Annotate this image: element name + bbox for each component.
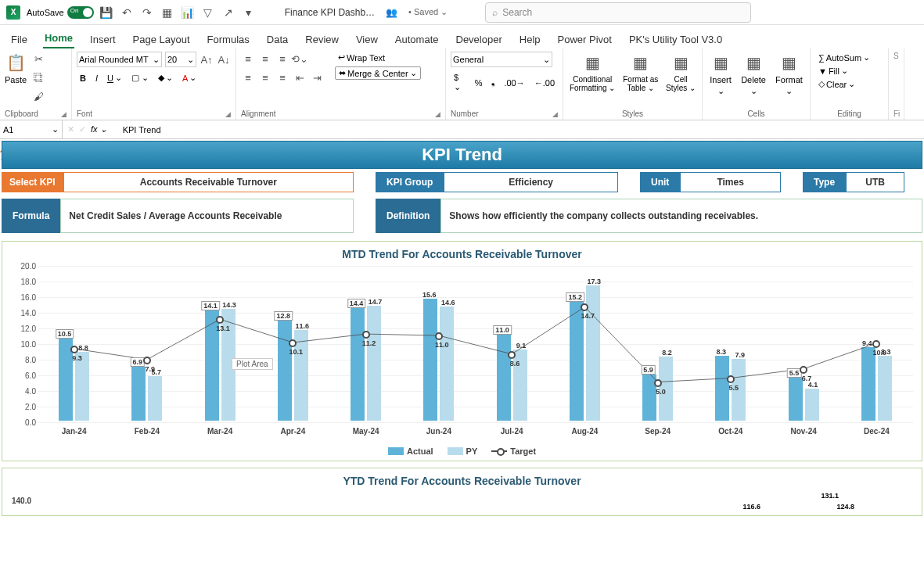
format-cells-button[interactable]: ▦Format⌄: [775, 52, 803, 96]
decrease-indent-icon[interactable]: ⇤: [293, 70, 307, 84]
saved-status[interactable]: • Saved ⌄: [408, 7, 448, 17]
tab-insert[interactable]: Insert: [88, 30, 117, 48]
conditional-formatting-button[interactable]: ▦ConditionalFormatting ⌄: [570, 52, 616, 92]
group-styles: ▦ConditionalFormatting ⌄ ▦Format asTable…: [563, 48, 703, 120]
italic-button[interactable]: I: [92, 73, 101, 84]
qat-dropdown-icon[interactable]: ▾: [243, 6, 255, 19]
format-as-table-button[interactable]: ▦Format asTable ⌄: [623, 52, 658, 92]
paste-icon: 📋: [5, 52, 27, 74]
increase-decimal-button[interactable]: .00→: [501, 77, 527, 88]
alignment-launcher-icon[interactable]: ◢: [435, 110, 440, 118]
cancel-formula-icon[interactable]: ✕: [67, 124, 74, 134]
formula-value[interactable]: KPI Trend: [123, 125, 161, 134]
font-launcher-icon[interactable]: ◢: [225, 110, 231, 118]
clipboard-launcher-icon[interactable]: ◢: [61, 110, 67, 118]
bold-button[interactable]: B: [77, 73, 89, 84]
group-overflow: SFi: [889, 48, 904, 120]
fx-icon[interactable]: fx ⌄: [91, 124, 107, 134]
search-box[interactable]: ⌕ Search: [485, 2, 751, 23]
table-icon: ▦: [630, 52, 652, 74]
bar-py: [732, 359, 746, 421]
definition-label: Definition: [376, 199, 440, 233]
number-launcher-icon[interactable]: ◢: [552, 110, 558, 118]
underline-button[interactable]: U ⌄: [104, 72, 125, 84]
bar-actual: [131, 367, 146, 421]
decrease-decimal-button[interactable]: ←.00: [531, 77, 558, 88]
border-button[interactable]: ▢ ⌄: [128, 72, 152, 84]
file-name[interactable]: Finance KPI Dashb…: [285, 7, 375, 18]
tab-formulas[interactable]: Formulas: [206, 30, 251, 48]
worksheet[interactable]: 🏠 KPI Trend Select KPI Accounts Receivab…: [0, 141, 924, 516]
unit-value: Times: [680, 172, 781, 192]
grid-icon[interactable]: ▦: [161, 6, 174, 19]
tab-automate[interactable]: Automate: [394, 30, 440, 48]
bar-py: [148, 376, 162, 421]
tab-review[interactable]: Review: [304, 30, 340, 48]
paste-button[interactable]: 📋 Paste: [5, 52, 27, 84]
comma-button[interactable]: ❟: [488, 77, 498, 88]
font-size-combo[interactable]: 20⌄: [165, 52, 196, 67]
group-alignment: ≡ ≡ ≡ ⟲⌄ ≡ ≡ ≡ ⇤ ⇥ ↩Wrap Text ⬌Merge & C…: [236, 48, 446, 120]
share-qat-icon[interactable]: ↗: [222, 6, 235, 19]
increase-font-icon[interactable]: A↑: [200, 52, 214, 66]
tab-page-layout[interactable]: Page Layout: [131, 30, 192, 48]
name-box[interactable]: A1⌄: [0, 120, 63, 138]
tab-data[interactable]: Data: [265, 30, 289, 48]
copy-icon[interactable]: ⿻: [31, 70, 45, 84]
undo-icon[interactable]: ↶: [120, 6, 133, 19]
currency-button[interactable]: $ ⌄: [451, 72, 469, 93]
y-tick: 16.0: [21, 293, 36, 302]
insert-cells-button[interactable]: ▦Insert⌄: [710, 52, 732, 96]
y-tick: 20.0: [21, 262, 36, 271]
tab-view[interactable]: View: [354, 30, 379, 48]
tab-developer[interactable]: Developer: [455, 30, 504, 48]
number-format-combo[interactable]: General⌄: [451, 52, 552, 67]
tab-home[interactable]: Home: [43, 29, 74, 48]
align-center-icon[interactable]: ≡: [258, 70, 272, 84]
cell-styles-button[interactable]: ▦CellStyles ⌄: [666, 52, 696, 92]
bar-py: [75, 352, 89, 421]
title-bar: X AutoSave On 💾 ↶ ↷ ▦ 📊 ▽ ↗ ▾ Finance KP…: [0, 0, 924, 25]
tab-power-pivot[interactable]: Power Pivot: [556, 30, 613, 48]
x-axis-label: Jul-24: [476, 424, 548, 441]
align-right-icon[interactable]: ≡: [275, 70, 289, 84]
tab-utility[interactable]: PK's Utility Tool V3.0: [627, 30, 724, 48]
orientation-icon[interactable]: ⟲⌄: [293, 52, 307, 66]
conditional-formatting-icon: ▦: [581, 52, 603, 74]
format-painter-icon[interactable]: 🖌: [31, 89, 45, 103]
font-name-combo[interactable]: Arial Rounded MT⌄: [77, 52, 162, 67]
font-color-button[interactable]: A ⌄: [179, 72, 200, 84]
percent-button[interactable]: %: [472, 77, 486, 88]
tab-help[interactable]: Help: [518, 30, 542, 48]
select-kpi-value[interactable]: Accounts Receivable Turnover: [63, 172, 354, 192]
tab-file[interactable]: File: [9, 30, 29, 48]
fill-color-button[interactable]: ◆ ⌄: [155, 72, 176, 84]
cut-icon[interactable]: ✂: [31, 52, 45, 66]
ytd-chart[interactable]: YTD Trend For Accounts Receivable Turnov…: [2, 468, 922, 516]
save-icon[interactable]: 💾: [100, 6, 113, 19]
ytd-ytick: 140.0: [12, 497, 31, 505]
decrease-font-icon[interactable]: A↓: [217, 52, 231, 66]
increase-indent-icon[interactable]: ⇥: [310, 70, 324, 84]
accept-formula-icon[interactable]: ✓: [79, 124, 86, 134]
align-bottom-icon[interactable]: ≡: [275, 52, 289, 66]
autosum-button[interactable]: ∑AutoSum ⌄: [815, 52, 873, 63]
delete-cells-button[interactable]: ▦Delete⌄: [741, 52, 766, 96]
x-axis-label: Aug-24: [548, 424, 621, 441]
redo-icon[interactable]: ↷: [141, 6, 153, 19]
align-top-icon[interactable]: ≡: [241, 52, 255, 66]
wrap-text-button[interactable]: ↩Wrap Text: [335, 52, 421, 63]
align-left-icon[interactable]: ≡: [241, 70, 255, 84]
formula-label: Formula: [2, 199, 60, 233]
autosave-toggle[interactable]: AutoSave On: [27, 6, 94, 19]
mtd-chart[interactable]: MTD Trend For Accounts Receivable Turnov…: [2, 241, 922, 461]
chart-title: MTD Trend For Accounts Receivable Turnov…: [7, 245, 917, 265]
toggle-switch-icon[interactable]: On: [67, 6, 94, 19]
filter-icon[interactable]: ▽: [202, 6, 214, 19]
chart-icon[interactable]: 📊: [182, 6, 194, 19]
fill-button[interactable]: ▼Fill ⌄: [815, 65, 851, 77]
chart-legend: Actual PY Target: [7, 442, 917, 456]
clear-button[interactable]: ◇Clear ⌄: [815, 78, 858, 90]
merge-center-button[interactable]: ⬌Merge & Center ⌄: [335, 66, 421, 80]
align-middle-icon[interactable]: ≡: [258, 52, 272, 66]
